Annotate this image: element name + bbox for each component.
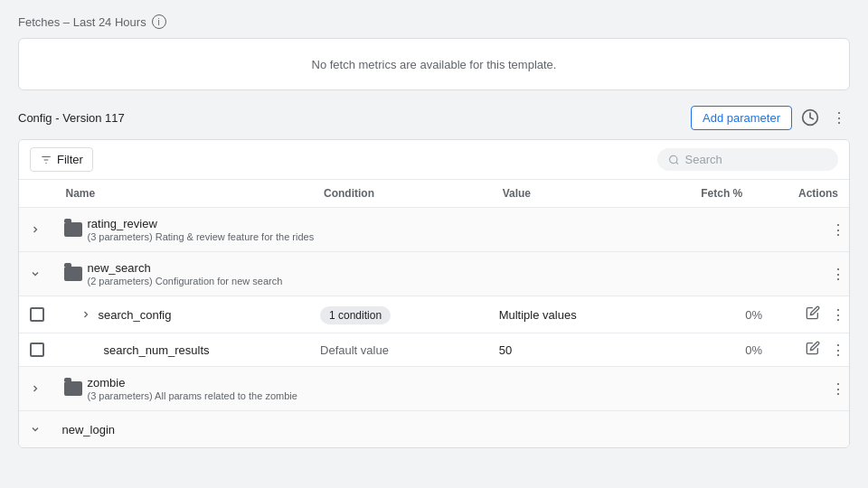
col-expand-header xyxy=(19,180,55,208)
param-name: zombie xyxy=(88,376,297,389)
config-actions: Add parameter ⋮ xyxy=(691,105,850,130)
fetches-title: Fetches – Last 24 Hours xyxy=(18,15,146,29)
fetch-pct-cell: 0% xyxy=(690,296,769,333)
folder-icon xyxy=(64,267,82,281)
actions-cell: ⋮ xyxy=(769,333,849,367)
col-actions-header: Actions xyxy=(769,180,849,208)
table-row: new_login xyxy=(19,411,849,448)
edit-button[interactable] xyxy=(802,302,824,324)
param-desc: (3 parameters) All params related to the… xyxy=(88,390,297,401)
param-name: new_search xyxy=(88,261,283,275)
search-icon xyxy=(668,154,680,166)
fetches-empty-message: No fetch metrics are available for this … xyxy=(312,58,557,71)
table-row: new_search (2 parameters) Configuration … xyxy=(19,252,849,296)
col-value-header: Value xyxy=(492,180,691,208)
page-container: Fetches – Last 24 Hours i No fetch metri… xyxy=(0,0,868,463)
expand-cell xyxy=(19,367,55,411)
config-table-container: Filter Name Condition Value Fetch % A xyxy=(18,139,850,448)
condition-cell: 1 condition xyxy=(313,296,492,333)
name-cell: search_num_results xyxy=(55,333,314,367)
add-parameter-button[interactable]: Add parameter xyxy=(691,106,792,130)
filter-bar: Filter xyxy=(19,140,849,180)
edit-icon xyxy=(806,341,820,355)
config-title: Config - Version 117 xyxy=(18,111,125,125)
param-name: search_config xyxy=(99,308,172,322)
group-name-content: new_search (2 parameters) Configuration … xyxy=(88,261,283,286)
table-header-row: Name Condition Value Fetch % Actions xyxy=(19,180,849,208)
expand-button[interactable] xyxy=(26,265,44,283)
actions-cell: ⋮ xyxy=(769,367,849,411)
param-desc: (2 parameters) Configuration for new sea… xyxy=(88,276,283,286)
param-name: new_login xyxy=(62,423,116,436)
value-cell: 50 xyxy=(492,333,691,367)
fetches-empty-box: No fetch metrics are available for this … xyxy=(18,38,850,90)
expand-button[interactable] xyxy=(77,305,95,324)
folder-icon xyxy=(64,222,82,237)
param-desc: (3 parameters) Rating & review feature f… xyxy=(88,231,315,242)
row-more-button[interactable]: ⋮ xyxy=(827,377,849,401)
actions-cell: ⋮ xyxy=(769,296,849,333)
group-name-cell: new_login xyxy=(55,411,770,448)
edit-button[interactable] xyxy=(802,337,824,359)
param-name: search_num_results xyxy=(104,343,210,357)
table-row: search_num_results Default value 50 0% xyxy=(19,333,849,367)
checkbox-cell xyxy=(19,333,55,367)
fetches-header: Fetches – Last 24 Hours i xyxy=(18,14,850,29)
filter-label: Filter xyxy=(57,153,83,166)
table-row: rating_review (3 parameters) Rating & re… xyxy=(19,208,849,252)
actions-cell: ⋮ xyxy=(769,208,849,252)
fetch-pct-cell: 0% xyxy=(690,333,769,367)
expand-button[interactable] xyxy=(26,420,44,438)
row-more-button[interactable]: ⋮ xyxy=(827,262,849,286)
name-cell: search_config xyxy=(55,296,314,333)
svg-line-5 xyxy=(676,162,678,164)
group-name-cell: zombie (3 parameters) All params related… xyxy=(55,367,770,411)
history-icon-button[interactable] xyxy=(797,105,823,130)
col-fetch-header: Fetch % xyxy=(690,180,769,208)
config-header: Config - Version 117 Add parameter ⋮ xyxy=(18,105,850,130)
expand-cell xyxy=(19,411,55,448)
col-condition-header: Condition xyxy=(313,180,492,208)
row-more-button[interactable]: ⋮ xyxy=(827,338,849,362)
condition-badge: 1 condition xyxy=(320,306,391,324)
col-name-header: Name xyxy=(55,180,314,208)
search-box xyxy=(657,148,838,171)
checkbox-cell xyxy=(19,296,55,333)
row-checkbox[interactable] xyxy=(30,307,44,322)
expand-button[interactable] xyxy=(26,380,44,398)
group-name-content: zombie (3 parameters) All params related… xyxy=(88,376,297,401)
group-name-content: rating_review (3 parameters) Rating & re… xyxy=(88,217,315,242)
group-name-cell: rating_review (3 parameters) Rating & re… xyxy=(55,208,770,252)
search-input[interactable] xyxy=(685,153,827,166)
parameters-table: Name Condition Value Fetch % Actions xyxy=(19,180,849,447)
fetches-info-icon[interactable]: i xyxy=(152,14,166,29)
config-more-button[interactable]: ⋮ xyxy=(828,106,850,130)
expand-cell xyxy=(19,208,55,252)
row-more-button[interactable]: ⋮ xyxy=(827,218,849,242)
filter-icon xyxy=(40,154,52,166)
expand-cell xyxy=(19,252,55,296)
value-cell: Multiple values xyxy=(492,296,691,333)
row-more-button[interactable]: ⋮ xyxy=(827,303,849,327)
actions-cell xyxy=(769,411,849,448)
condition-text: Default value xyxy=(320,343,389,357)
filter-button[interactable]: Filter xyxy=(30,147,93,172)
row-checkbox[interactable] xyxy=(30,343,44,357)
svg-point-4 xyxy=(670,155,677,163)
table-row: zombie (3 parameters) All params related… xyxy=(19,367,849,411)
group-name-cell: new_search (2 parameters) Configuration … xyxy=(55,252,770,296)
expand-button[interactable] xyxy=(26,221,44,239)
folder-icon xyxy=(64,381,82,396)
param-name: rating_review xyxy=(88,217,315,230)
actions-cell: ⋮ xyxy=(769,252,849,296)
table-row: search_config 1 condition Multiple value… xyxy=(19,296,849,333)
condition-cell: Default value xyxy=(313,333,492,367)
edit-icon xyxy=(806,305,820,320)
